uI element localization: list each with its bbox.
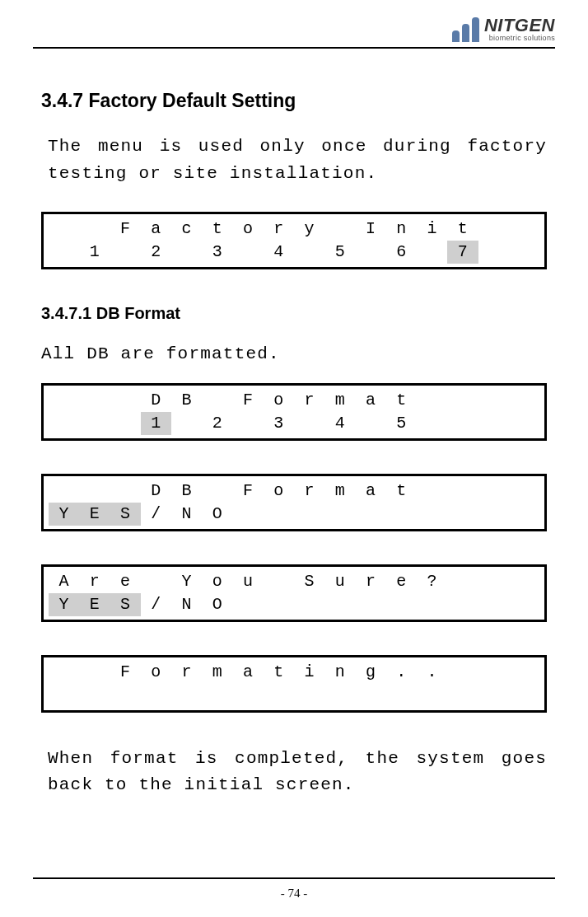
lcd-cell [294, 241, 324, 264]
lcd-cell [417, 684, 447, 707]
lcd-cell [264, 570, 294, 593]
lcd-cell [509, 661, 539, 684]
lcd-cell [509, 684, 539, 707]
lcd-cell [386, 684, 417, 707]
lcd-cell: a [356, 389, 386, 412]
lcd-cell [324, 684, 355, 707]
lcd-cell [509, 218, 539, 241]
lcd-cell: O [202, 593, 232, 616]
lcd-cell [447, 412, 478, 435]
subsection-intro: All DB are formatted. [41, 341, 547, 368]
lcd-cell: S [110, 503, 141, 526]
lcd-cell [294, 412, 324, 435]
lcd-cell: S [110, 593, 141, 616]
lcd-cell [264, 503, 294, 526]
lcd-cell: 2 [202, 412, 232, 435]
lcd-cell [49, 661, 79, 684]
lcd-cell [202, 684, 232, 707]
lcd-cell: 4 [264, 241, 294, 264]
lcd-cell: A [49, 570, 79, 593]
lcd-cell: t [386, 480, 417, 503]
lcd-cell: r [264, 218, 294, 241]
lcd-cell [356, 241, 386, 264]
lcd-cell [417, 593, 447, 616]
lcd-cell: u [324, 570, 355, 593]
lcd-cell: o [264, 480, 294, 503]
lcd-cell: 4 [324, 412, 355, 435]
lcd-cell: e [386, 570, 417, 593]
brand-tagline: biometric solutions [484, 35, 555, 42]
lcd-cell: a [356, 480, 386, 503]
lcd-cell: o [141, 661, 171, 684]
lcd-cell: F [233, 389, 264, 412]
lcd-cell: r [294, 389, 324, 412]
lcd-cell: / [141, 593, 171, 616]
lcd-cell: t [202, 218, 232, 241]
lcd-cell [233, 412, 264, 435]
lcd-cell [417, 241, 447, 264]
logo-bars-icon [452, 17, 479, 42]
header: NITGEN biometric solutions [33, 16, 555, 47]
lcd-cell [478, 661, 509, 684]
lcd-cell: B [171, 389, 202, 412]
lcd-cell [509, 593, 539, 616]
lcd-cell: I [356, 218, 386, 241]
lcd-cell [79, 218, 110, 241]
lcd-cell: / [141, 503, 171, 526]
lcd-cell [324, 593, 355, 616]
lcd-cell: 6 [386, 241, 417, 264]
footer-divider [33, 877, 555, 879]
lcd-cell [324, 503, 355, 526]
lcd-cell [49, 684, 79, 707]
lcd-cell [509, 570, 539, 593]
lcd-cell: a [233, 661, 264, 684]
lcd-cell [233, 241, 264, 264]
lcd-cell [478, 218, 509, 241]
lcd-cell [478, 241, 509, 264]
lcd-cell: E [79, 593, 110, 616]
lcd-cell: Y [49, 593, 79, 616]
lcd-cell: D [141, 389, 171, 412]
lcd-cell: y [294, 218, 324, 241]
lcd-cell [294, 593, 324, 616]
lcd-cell: Y [49, 503, 79, 526]
lcd-cell [49, 412, 79, 435]
lcd-cell: u [233, 570, 264, 593]
lcd-cell: 1 [79, 241, 110, 264]
lcd-cell: E [79, 503, 110, 526]
lcd-cell [49, 218, 79, 241]
lcd-cell [478, 389, 509, 412]
lcd-cell [509, 503, 539, 526]
lcd-cell [386, 593, 417, 616]
lcd-cell: r [294, 480, 324, 503]
lcd-cell [447, 593, 478, 616]
lcd-cell [447, 661, 478, 684]
lcd-cell: o [202, 570, 232, 593]
lcd-cell: i [294, 661, 324, 684]
lcd-cell: 1 [141, 412, 171, 435]
lcd-cell [509, 412, 539, 435]
lcd-cell: N [171, 593, 202, 616]
lcd-are-you-sure: Are You Sure? YES/NO [41, 564, 547, 622]
lcd-cell: e [110, 570, 141, 593]
lcd-cell [478, 503, 509, 526]
lcd-cell [171, 241, 202, 264]
lcd-cell: i [417, 218, 447, 241]
lcd-cell: m [324, 480, 355, 503]
lcd-cell: . [417, 661, 447, 684]
lcd-cell [417, 480, 447, 503]
lcd-cell: m [324, 389, 355, 412]
lcd-cell: t [386, 389, 417, 412]
lcd-cell: D [141, 480, 171, 503]
lcd-cell [171, 684, 202, 707]
lcd-cell: t [264, 661, 294, 684]
lcd-cell [79, 389, 110, 412]
lcd-cell [356, 593, 386, 616]
lcd-cell: o [233, 218, 264, 241]
lcd-cell [447, 503, 478, 526]
brand-logo: NITGEN biometric solutions [452, 16, 555, 42]
lcd-cell [417, 503, 447, 526]
lcd-cell [294, 503, 324, 526]
lcd-cell [49, 241, 79, 264]
lcd-cell [447, 570, 478, 593]
